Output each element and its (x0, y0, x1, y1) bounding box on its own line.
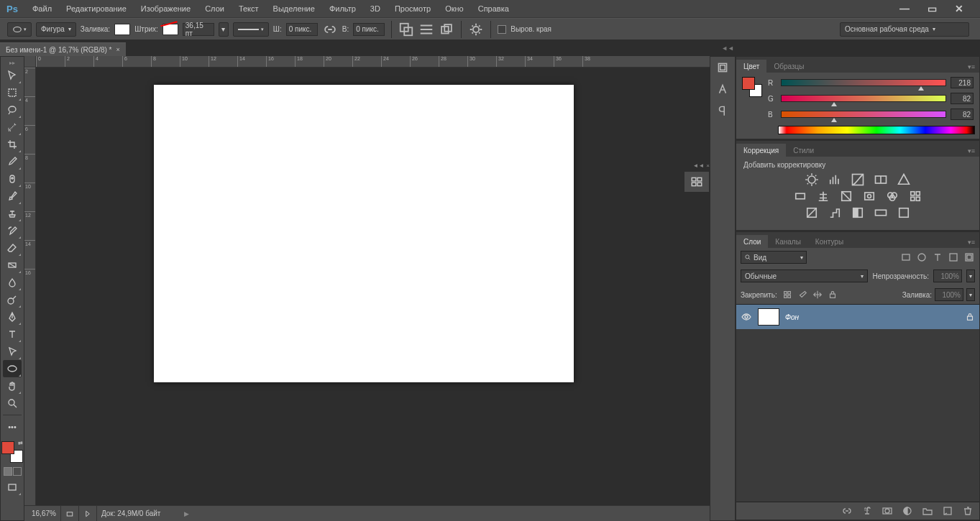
layer-mask-icon[interactable] (881, 505, 893, 517)
zoom-level[interactable]: 16,67% (27, 506, 61, 521)
g-value[interactable]: 82 (951, 93, 974, 104)
ellipse-tool[interactable] (3, 360, 22, 377)
color-swatches[interactable]: ⇄ (1, 441, 23, 463)
lock-image-icon[interactable] (797, 290, 807, 300)
close-button[interactable]: ✕ (949, 2, 969, 15)
tool-preset-button[interactable]: ▾ (7, 22, 32, 37)
filter-type-icon[interactable] (932, 252, 943, 263)
gradient-tool[interactable] (3, 257, 22, 274)
panel-color-swatches[interactable] (742, 77, 762, 97)
document-canvas[interactable] (154, 85, 574, 382)
menu-type[interactable]: Текст (232, 1, 266, 17)
r-slider[interactable] (781, 79, 946, 86)
hue-ramp[interactable] (778, 126, 975, 134)
quick-selection-tool[interactable] (3, 119, 22, 136)
move-tool[interactable] (3, 67, 22, 84)
g-slider[interactable] (781, 95, 946, 102)
marquee-tool[interactable] (3, 84, 22, 101)
stroke-size-dropdown[interactable]: ▾ (219, 22, 229, 37)
menu-3d[interactable]: 3D (363, 1, 388, 17)
menu-layer[interactable]: Слои (198, 1, 232, 17)
layer-filter-dropdown[interactable]: Вид▾ (741, 251, 807, 264)
b-value[interactable]: 82 (951, 109, 974, 120)
menu-window[interactable]: Окно (438, 1, 471, 17)
layer-thumbnail[interactable] (758, 308, 779, 326)
panel-fg-swatch[interactable] (742, 77, 755, 90)
gear-icon[interactable] (468, 22, 484, 37)
panel-menu-icon[interactable]: ▾≡ (963, 145, 979, 157)
panel-menu-icon[interactable]: ▾≡ (963, 236, 979, 248)
layer-style-icon[interactable]: fx (861, 505, 873, 517)
status-arrow-icon[interactable] (79, 506, 97, 521)
path-alignment-icon[interactable] (418, 22, 434, 37)
tab-adjustments[interactable]: Коррекция (736, 144, 786, 157)
posterize-icon[interactable] (828, 206, 842, 219)
selective-color-icon[interactable] (897, 206, 911, 219)
hue-saturation-icon[interactable] (793, 190, 807, 203)
eyedropper-tool[interactable] (3, 153, 22, 170)
lock-position-icon[interactable] (812, 290, 823, 300)
menu-view[interactable]: Просмотр (388, 1, 438, 17)
tab-color[interactable]: Цвет (736, 60, 766, 73)
path-arrangement-icon[interactable] (439, 22, 454, 37)
hand-tool[interactable] (3, 377, 22, 395)
r-value[interactable]: 218 (951, 77, 974, 88)
color-balance-icon[interactable] (816, 190, 830, 203)
status-icon[interactable] (61, 506, 79, 521)
clone-stamp-tool[interactable] (3, 205, 22, 222)
ruler-origin[interactable] (24, 56, 36, 68)
menu-help[interactable]: Справка (471, 1, 516, 17)
brightness-contrast-icon[interactable] (805, 173, 819, 186)
channel-mixer-icon[interactable] (885, 190, 899, 203)
float-arrow-icon[interactable]: ◄◄ (692, 162, 704, 169)
link-wh-icon[interactable] (322, 22, 338, 37)
foreground-color-swatch[interactable] (1, 441, 14, 454)
tab-channels[interactable]: Каналы (768, 235, 808, 248)
menu-filter[interactable]: Фильтр (322, 1, 363, 17)
gradient-map-icon[interactable] (874, 206, 888, 219)
filter-shape-icon[interactable] (948, 252, 959, 263)
standard-mode-button[interactable] (4, 467, 12, 476)
filter-smart-icon[interactable] (963, 252, 975, 263)
crop-tool[interactable] (3, 136, 22, 153)
toolbox-collapse-icon[interactable]: ▸▸ (1, 60, 24, 67)
lock-transparency-icon[interactable] (782, 290, 792, 300)
float-close-icon[interactable]: × (706, 162, 710, 169)
vibrance-icon[interactable] (897, 173, 911, 186)
new-layer-icon[interactable] (942, 505, 953, 517)
path-selection-tool[interactable] (3, 343, 22, 360)
lasso-tool[interactable] (3, 101, 22, 119)
lock-all-icon[interactable] (828, 290, 838, 300)
brush-tool[interactable] (3, 188, 22, 205)
dodge-tool[interactable] (3, 291, 22, 308)
close-tab-icon[interactable]: × (116, 46, 119, 53)
opacity-dropdown-icon[interactable]: ▾ (966, 269, 975, 282)
path-operations-icon[interactable] (398, 22, 414, 37)
layer-item[interactable]: Фон (736, 305, 979, 329)
width-field[interactable]: 0 пикс. (286, 23, 318, 36)
maximize-button[interactable]: ▭ (922, 2, 942, 15)
eraser-tool[interactable] (3, 239, 22, 257)
menu-file[interactable]: Файл (25, 1, 59, 17)
delete-layer-icon[interactable] (962, 505, 974, 517)
align-edges-checkbox[interactable] (498, 25, 506, 34)
photo-filter-icon[interactable] (862, 190, 876, 203)
zoom-tool[interactable] (3, 395, 22, 412)
blend-mode-dropdown[interactable]: Обычные (741, 269, 868, 282)
paragraph-panel-button[interactable] (710, 100, 735, 121)
document-tab[interactable]: Без имени-1 @ 16,7% (RGB/8) * × (0, 42, 126, 56)
type-tool[interactable] (3, 326, 22, 343)
black-white-icon[interactable] (839, 190, 853, 203)
shape-mode-dropdown[interactable]: Фигура (36, 22, 76, 37)
collapsed-panel-button[interactable] (684, 171, 710, 193)
invert-icon[interactable] (805, 206, 819, 219)
fill-field[interactable]: 100% (935, 288, 963, 301)
height-field[interactable]: 0 пикс. (353, 23, 385, 36)
doc-info[interactable]: Док: 24,9M/0 байт▶ (97, 506, 194, 521)
threshold-icon[interactable] (851, 206, 865, 219)
tab-layers[interactable]: Слои (736, 235, 768, 248)
b-slider[interactable] (781, 111, 946, 118)
screen-mode-button[interactable] (3, 479, 22, 496)
healing-brush-tool[interactable] (3, 170, 22, 188)
history-brush-tool[interactable] (3, 222, 22, 239)
